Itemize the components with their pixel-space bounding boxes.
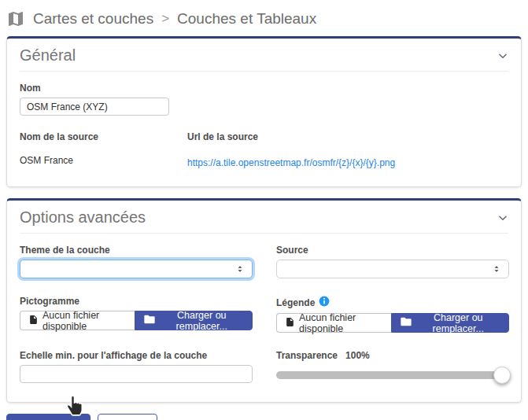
breadcrumb-parent[interactable]: Cartes et couches — [33, 10, 153, 28]
min-scale-input[interactable] — [20, 365, 253, 383]
update-button[interactable]: Mettre à jour — [6, 414, 90, 420]
folder-open-icon — [144, 315, 155, 326]
folder-open-icon — [401, 317, 412, 329]
source-url-label: Url de la source — [187, 131, 395, 142]
breadcrumb: Cartes et couches > Couches et Tableaux — [0, 0, 528, 36]
pictogram-label: Pictogramme — [20, 296, 253, 307]
min-scale-field: Echelle min. pour l'affichage de la couc… — [20, 350, 253, 385]
transparency-field: Transparence 100% — [276, 350, 509, 385]
transparency-slider[interactable] — [276, 366, 509, 385]
legend-upload-button[interactable]: Charger ou remplacer... — [391, 313, 509, 333]
theme-field: Theme de la couche — [20, 245, 253, 278]
general-title: Général — [20, 46, 76, 64]
up-down-arrows-icon — [492, 263, 501, 274]
legend-file-placeholder: Aucun fichier disponible — [299, 312, 383, 334]
source-info-row: Nom de la source OSM France Url de la so… — [20, 131, 508, 169]
pictogram-file-widget: Aucun fichier disponible Charger ou remp… — [20, 311, 253, 330]
pictogram-file-placeholder: Aucun fichier disponible — [42, 310, 127, 332]
legend-field: Légende Aucun fichier disponible — [276, 296, 509, 333]
theme-label: Theme de la couche — [20, 245, 253, 256]
chevron-down-icon[interactable] — [497, 212, 508, 223]
advanced-options-card: Options avancées Theme de la couche Sour… — [6, 198, 522, 403]
transparency-label: Transparence — [276, 350, 338, 361]
name-label: Nom — [20, 83, 508, 94]
general-card-header: Général — [20, 46, 508, 72]
pictogram-upload-label: Charger ou remplacer... — [161, 310, 243, 332]
advanced-title: Options avancées — [20, 208, 146, 227]
name-input[interactable] — [20, 98, 169, 116]
pictogram-field: Pictogramme Aucun fichier disponible Cha… — [20, 296, 253, 333]
cancel-button[interactable]: Annuler — [98, 414, 157, 420]
source-name-value: OSM France — [20, 155, 187, 166]
map-icon — [6, 9, 25, 28]
slider-track — [276, 371, 509, 379]
legend-file-status: Aucun fichier disponible — [276, 313, 391, 333]
up-down-arrows-icon — [235, 263, 245, 274]
legend-upload-label: Charger ou remplacer... — [417, 312, 500, 334]
general-card: Général Nom Nom de la source OSM France … — [6, 36, 522, 187]
pictogram-upload-button[interactable]: Charger ou remplacer... — [135, 311, 253, 330]
advanced-card-header: Options avancées — [20, 208, 508, 234]
pictogram-file-status: Aucun fichier disponible — [20, 311, 135, 330]
source-field: Source — [276, 245, 509, 278]
min-scale-label: Echelle min. pour l'affichage de la couc… — [20, 350, 253, 361]
file-icon — [28, 315, 39, 327]
page: Cartes et couches > Couches et Tableaux … — [0, 0, 528, 420]
theme-select[interactable] — [20, 260, 253, 278]
slider-thumb[interactable] — [493, 367, 511, 384]
info-icon[interactable] — [319, 296, 330, 309]
breadcrumb-separator: > — [161, 11, 169, 27]
transparency-value: 100% — [345, 350, 370, 361]
breadcrumb-current: Couches et Tableaux — [177, 10, 316, 28]
source-name-label: Nom de la source — [20, 131, 187, 142]
file-icon — [285, 317, 295, 330]
chevron-down-icon[interactable] — [497, 50, 508, 61]
source-url-link[interactable]: https://a.tile.openstreetmap.fr/osmfr/{z… — [187, 157, 395, 168]
legend-file-widget: Aucun fichier disponible Charger ou remp… — [276, 313, 509, 333]
legend-label: Légende — [276, 297, 315, 308]
source-select-label: Source — [276, 245, 509, 256]
form-actions: Mettre à jour Annuler — [6, 414, 528, 420]
source-select[interactable] — [276, 260, 509, 278]
